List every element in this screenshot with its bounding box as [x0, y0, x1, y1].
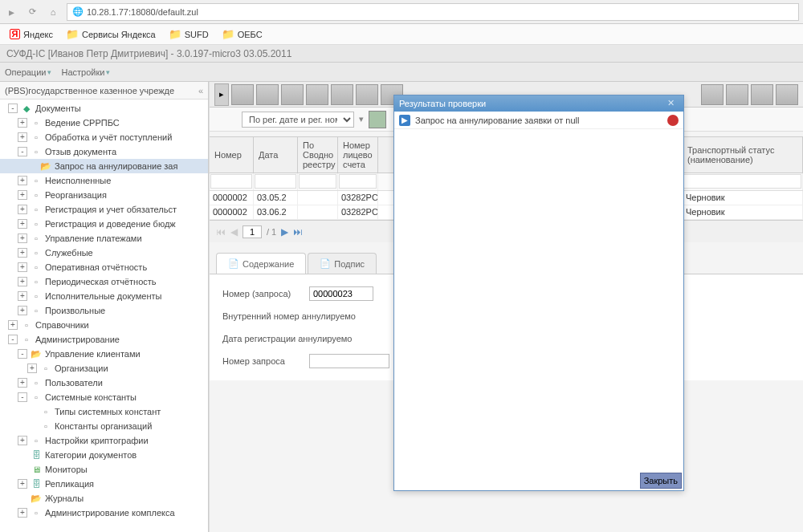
expand-icon[interactable]: + — [27, 363, 37, 373]
bookmark-yandex[interactable]: ЯЯндекс — [5, 27, 58, 41]
pager-last[interactable]: ⏭ — [293, 226, 303, 238]
close-icon[interactable]: ✕ — [667, 98, 679, 109]
expand-icon[interactable] — [18, 450, 27, 460]
dialog-message-row[interactable]: ▶ Запрос на аннулирование заявки от null — [394, 112, 683, 129]
tree-node[interactable]: +▫Пользователи — [0, 376, 208, 390]
tree-node[interactable]: -▫Системные константы — [0, 390, 208, 404]
expand-icon[interactable]: + — [18, 479, 27, 489]
expand-icon[interactable]: + — [18, 291, 27, 301]
tree-node[interactable]: +▫Исполнительные документы — [0, 289, 208, 303]
expand-icon[interactable]: - — [18, 392, 27, 402]
tree-node[interactable]: +▫Неисполненные — [0, 173, 208, 188]
tree-node[interactable]: +▫Произвольные — [0, 303, 208, 318]
tree-node[interactable]: +▫Настройки криптографии — [0, 433, 208, 448]
expand-icon[interactable]: + — [18, 190, 27, 200]
tree-node[interactable]: +▫Регистрация и учет обязательст — [0, 202, 208, 217]
expand-icon[interactable] — [18, 465, 27, 474]
pager-next[interactable]: ▶ — [281, 226, 288, 238]
collapse-icon[interactable]: « — [198, 86, 203, 95]
tb-btn-6[interactable] — [356, 84, 378, 105]
col-registry[interactable]: По Сводно реестру — [298, 137, 338, 173]
home-icon[interactable]: ⌂ — [46, 5, 60, 19]
tree-node[interactable]: ▫Типы системных констант — [0, 404, 208, 419]
col-date[interactable]: Дата — [254, 137, 298, 173]
expand-icon[interactable]: + — [18, 378, 27, 388]
tree-node[interactable]: -▫Отзыв документа — [0, 144, 208, 159]
filter-apply-button[interactable] — [369, 111, 386, 128]
expand-icon[interactable]: - — [18, 349, 27, 359]
col-account[interactable]: Номер лицево счета — [338, 137, 378, 173]
tab-content[interactable]: 📄Содержание — [216, 253, 306, 274]
tree-node[interactable]: +▫Регистрация и доведение бюдж — [0, 217, 208, 231]
tree-node[interactable]: +▫Реорганизация — [0, 188, 208, 202]
tree-node[interactable]: +▫Организации — [0, 361, 208, 376]
input-req-num[interactable] — [309, 286, 373, 301]
expand-icon[interactable]: + — [8, 320, 18, 330]
filter-num[interactable] — [210, 174, 252, 189]
bookmark-oebs[interactable]: 📁ОЕБС — [217, 26, 267, 42]
menu-settings[interactable]: Настройки▾ — [61, 67, 110, 77]
expand-icon[interactable]: + — [18, 508, 27, 518]
filter-reg[interactable] — [299, 174, 336, 189]
tree-node[interactable]: +▫Служебные — [0, 246, 208, 260]
expand-icon[interactable]: + — [18, 248, 27, 258]
close-button[interactable]: Закрыть — [640, 473, 682, 489]
filter-status[interactable] — [683, 174, 801, 189]
tab-signatures[interactable]: 📄Подпис — [308, 253, 377, 274]
expand-icon[interactable] — [27, 407, 37, 416]
expand-icon[interactable]: + — [18, 436, 27, 445]
tree-node[interactable]: 📂Журналы — [0, 491, 208, 506]
bookmark-sufd[interactable]: 📁SUFD — [164, 26, 214, 42]
expand-icon[interactable]: + — [18, 118, 27, 128]
tree-node[interactable]: 🗄Категории документов — [0, 448, 208, 462]
expand-icon[interactable]: + — [18, 219, 27, 229]
expand-icon[interactable]: + — [18, 132, 27, 142]
tree-node[interactable]: 🖥Мониторы — [0, 462, 208, 477]
expand-icon[interactable]: + — [18, 176, 27, 185]
expand-icon[interactable]: + — [18, 277, 27, 286]
tb-btn-5[interactable] — [331, 84, 353, 105]
tree-node[interactable]: -📂Управление клиентами — [0, 347, 208, 361]
bookmark-services[interactable]: 📁Сервисы Яндекса — [61, 26, 161, 42]
tb-btn-2[interactable] — [256, 84, 279, 105]
filter-acc[interactable] — [339, 174, 377, 189]
tree-node[interactable]: +▫Оперативная отчётность — [0, 260, 208, 274]
pager-first[interactable]: ⏮ — [216, 226, 226, 238]
expand-icon[interactable]: - — [8, 104, 18, 113]
tree-node[interactable]: +▫Ведение СРРПБС — [0, 116, 208, 130]
pager-prev[interactable]: ◀ — [230, 226, 238, 238]
expand-icon[interactable]: + — [18, 205, 27, 214]
expand-icon[interactable]: - — [8, 335, 18, 344]
dialog-titlebar[interactable]: Результаты проверки ✕ — [394, 95, 683, 112]
col-status[interactable]: Транспортный статус (наименование) — [683, 137, 803, 173]
menu-operations[interactable]: Операции▾ — [5, 67, 51, 77]
filter-select[interactable]: По рег. дате и рег. ном — [242, 112, 354, 128]
expand-icon[interactable] — [27, 161, 37, 171]
reload-icon[interactable]: ⟳ — [25, 5, 39, 19]
expand-icon[interactable]: + — [18, 262, 27, 272]
tb-btn-4[interactable] — [306, 84, 328, 105]
expand-icon[interactable] — [18, 493, 27, 503]
tb-btn-r1[interactable] — [701, 84, 724, 105]
tree-node[interactable]: +▫Периодическая отчётность — [0, 274, 208, 289]
pager-page-input[interactable] — [243, 225, 262, 238]
tree-node[interactable]: 📂Запрос на аннулирование зая — [0, 159, 208, 173]
expand-icon[interactable]: - — [18, 147, 27, 156]
url-bar[interactable]: 🌐 10.28.1.77:18080/default.zul — [67, 3, 799, 21]
expand-icon[interactable]: + — [18, 234, 27, 243]
expand-icon[interactable]: + — [18, 306, 27, 315]
tree-node[interactable]: +▫Администрирование комплекса — [0, 506, 208, 520]
input-req-num2[interactable] — [309, 354, 389, 368]
tb-btn-1[interactable] — [231, 84, 254, 105]
filter-date[interactable] — [255, 174, 296, 189]
tb-btn-3[interactable] — [281, 84, 304, 105]
panel-toggle[interactable]: ▸ — [214, 83, 229, 106]
tree-node[interactable]: +▫Управление платежами — [0, 231, 208, 246]
col-number[interactable]: Номер — [210, 137, 254, 173]
expand-icon[interactable] — [27, 421, 37, 431]
tree-node[interactable]: ▫Константы организаций — [0, 419, 208, 433]
tree-node[interactable]: -▫Администрирование — [0, 332, 208, 347]
tb-btn-r3[interactable] — [751, 84, 773, 105]
tree-node[interactable]: -◆Документы — [0, 101, 208, 116]
tb-btn-r4[interactable] — [776, 84, 798, 105]
